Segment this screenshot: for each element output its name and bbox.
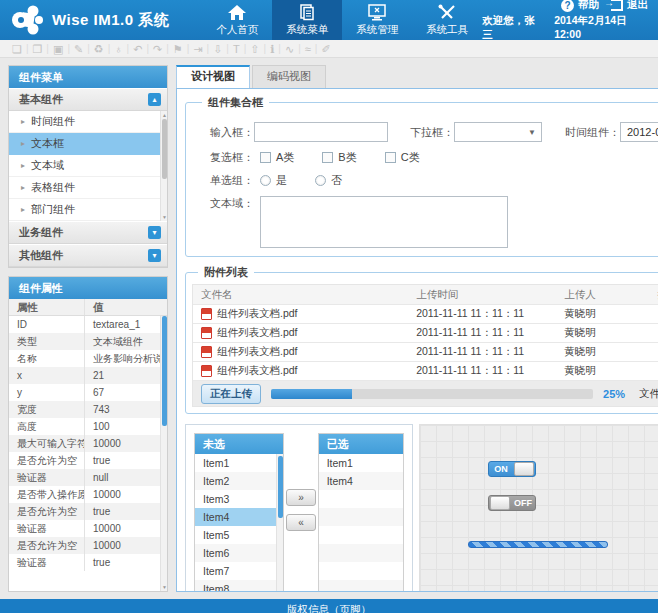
nav-item-home[interactable]: 个人首页 xyxy=(202,0,272,40)
curve-icon[interactable]: ≈ xyxy=(301,41,315,57)
tools-icon xyxy=(437,4,457,21)
logout-button[interactable]: 退出 xyxy=(611,0,648,12)
props-row[interactable]: 最大可输入字符数10000 xyxy=(9,435,167,452)
list-item-Item5[interactable]: Item5 xyxy=(195,526,283,544)
props-scrollbar[interactable]: ▼ xyxy=(160,316,167,591)
download-icon[interactable]: ⇩ xyxy=(209,41,226,57)
props-row[interactable]: 名称业务影响分析说明 xyxy=(9,350,167,367)
dropdown-select[interactable]: ▼ xyxy=(454,122,542,142)
props-row[interactable]: 是否带入操作原因10000 xyxy=(9,486,167,503)
attachment-uploader: 黄晓明 xyxy=(560,364,653,378)
nav-item-system-tools[interactable]: 系统工具 xyxy=(412,0,482,40)
indent-icon[interactable]: ⇥ xyxy=(189,41,206,57)
open-folder-icon[interactable]: ❐ xyxy=(28,41,46,57)
expand-icon[interactable]: ▾ xyxy=(148,226,161,239)
props-row[interactable]: x21 xyxy=(9,367,167,384)
new-file-icon[interactable]: ❏ xyxy=(8,41,26,57)
props-row[interactable]: 是否允许为空true xyxy=(9,452,167,469)
prop-key: y xyxy=(9,384,85,401)
line-icon[interactable]: ∿ xyxy=(281,41,298,57)
prop-key: 宽度 xyxy=(9,401,85,418)
accordion-other-components[interactable]: 其他组件 ▾ xyxy=(9,244,167,267)
props-row[interactable]: IDtextarea_1 xyxy=(9,316,167,333)
checkbox-icon[interactable] xyxy=(260,152,271,163)
attachment-file-name[interactable]: 组件列表文档.pdf xyxy=(217,326,298,340)
nav-item-system-admin[interactable]: 系统管理 xyxy=(342,0,412,40)
list-item-Item3[interactable]: Item3 xyxy=(195,490,283,508)
list-item-Item1[interactable]: Item1 xyxy=(195,454,283,472)
sidebar-item-表格组件[interactable]: ▸表格组件 xyxy=(9,177,167,199)
expand-icon[interactable]: ▾ xyxy=(148,249,161,262)
checkbox-option-C类[interactable]: C类 xyxy=(385,150,420,165)
tab-code-view[interactable]: 编码视图 xyxy=(252,65,326,88)
props-row[interactable]: 验证器10000 xyxy=(9,520,167,537)
props-row[interactable]: 是否允许为空true xyxy=(9,503,167,520)
props-scrollbar-thumb[interactable] xyxy=(162,316,167,426)
publish-icon[interactable]: ♁ xyxy=(110,41,126,57)
attachment-uploader: 黄晓明 xyxy=(560,345,653,359)
attachment-file-name[interactable]: 组件列表文档.pdf xyxy=(217,345,298,359)
attachment-file-name[interactable]: 组件列表文档.pdf xyxy=(217,364,298,378)
props-row[interactable]: 验证器true xyxy=(9,554,167,571)
menu-scrollbar-thumb[interactable] xyxy=(162,119,167,179)
toggle-on-switch[interactable]: ON xyxy=(488,461,536,477)
radio-option-否[interactable]: 否 xyxy=(315,173,342,188)
collapse-icon[interactable]: ▴ xyxy=(148,93,161,106)
checkbox-icon[interactable] xyxy=(322,152,333,163)
sidebar-item-label: 部门组件 xyxy=(31,202,75,217)
sidebar-item-文本域[interactable]: ▸文本域 xyxy=(9,155,167,177)
sidebar-item-时间组件[interactable]: ▸时间组件 xyxy=(9,111,167,133)
list-item-Item7[interactable]: Item7 xyxy=(195,562,283,580)
list-item-Item6[interactable]: Item6 xyxy=(195,544,283,562)
checkbox-option-B类[interactable]: B类 xyxy=(322,150,356,165)
file-export-icon[interactable]: ⇧ xyxy=(246,41,263,57)
props-row[interactable]: y67 xyxy=(9,384,167,401)
redo-icon[interactable]: ↷ xyxy=(149,41,166,57)
props-row[interactable]: 验证器null xyxy=(9,469,167,486)
move-left-button[interactable]: « xyxy=(286,514,316,531)
edit-document-icon[interactable]: ✎ xyxy=(70,41,87,57)
nav-item-system-menu[interactable]: 系统菜单 xyxy=(272,0,342,40)
list-item-Item8[interactable]: Item8 xyxy=(195,580,283,592)
radio-option-是[interactable]: 是 xyxy=(260,173,287,188)
move-right-button[interactable]: » xyxy=(286,489,316,506)
list-item-Item1[interactable]: Item1 xyxy=(319,454,403,472)
component-menu-title: 组件菜单 xyxy=(9,66,167,88)
props-row[interactable]: 类型文本域组件 xyxy=(9,333,167,350)
flag-icon[interactable]: ⚑ xyxy=(169,41,187,57)
toggle-knob[interactable] xyxy=(490,496,510,510)
props-row[interactable]: 高度100 xyxy=(9,418,167,435)
file-info-icon[interactable]: ℹ xyxy=(266,41,278,57)
tab-design-view[interactable]: 设计视图 xyxy=(176,65,250,88)
accordion-business-components[interactable]: 业务组件 ▾ xyxy=(9,221,167,244)
list-item-Item4[interactable]: Item4 xyxy=(319,472,403,490)
unselected-scrollbar-thumb[interactable] xyxy=(278,456,283,518)
text-icon[interactable]: T xyxy=(229,41,244,57)
sidebar-item-文本框[interactable]: ▸文本框 xyxy=(9,133,167,155)
props-row[interactable]: 是否允许为空10000 xyxy=(9,537,167,554)
radio-icon[interactable] xyxy=(260,175,271,186)
save-icon[interactable]: ▣ xyxy=(49,41,67,57)
props-row[interactable]: 宽度743 xyxy=(9,401,167,418)
textarea-field[interactable] xyxy=(260,196,508,248)
pencil-icon[interactable]: ✐ xyxy=(317,41,334,57)
toggle-off-switch[interactable]: OFF xyxy=(488,495,536,511)
list-item-Item2[interactable]: Item2 xyxy=(195,472,283,490)
list-item-Item4[interactable]: Item4 xyxy=(195,508,283,526)
radio-icon[interactable] xyxy=(315,175,326,186)
delete-icon[interactable]: ♻ xyxy=(90,41,108,57)
toggle-knob[interactable] xyxy=(514,462,534,476)
accordion-basic-components[interactable]: 基本组件 ▴ xyxy=(9,88,167,111)
menu-scrollbar[interactable]: ▲▼ xyxy=(160,111,167,221)
checkbox-option-A类[interactable]: A类 xyxy=(260,150,294,165)
unselected-scrollbar[interactable]: ▼ xyxy=(276,454,283,592)
accordion-label: 其他组件 xyxy=(19,248,148,263)
attachment-file-name[interactable]: 组件列表文档.pdf xyxy=(217,307,298,321)
text-input[interactable] xyxy=(254,122,388,142)
help-button[interactable]: ? 帮助 xyxy=(561,0,599,12)
undo-icon[interactable]: ↶ xyxy=(129,41,146,57)
sidebar-item-部门组件[interactable]: ▸部门组件 xyxy=(9,199,167,221)
date-picker[interactable]: 2012-07-01 ▦ xyxy=(620,122,658,142)
checkbox-icon[interactable] xyxy=(385,152,396,163)
uploading-button[interactable]: 正在上传 xyxy=(201,384,261,404)
